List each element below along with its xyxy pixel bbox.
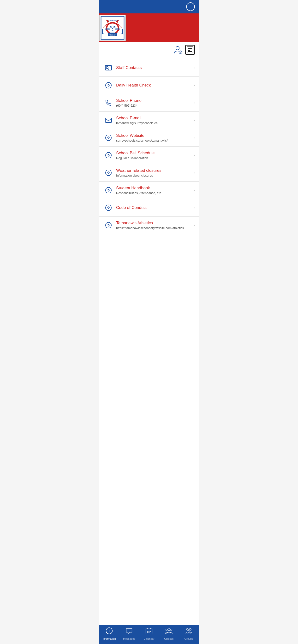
chevron-right-icon: › — [194, 206, 195, 210]
classes-nav-label: Classes — [164, 637, 174, 640]
chevron-right-icon: › — [194, 170, 195, 175]
list-title: School Bell Schedule — [116, 150, 192, 156]
nav-item-messages[interactable]: Messages — [122, 627, 136, 640]
nav-item-groups[interactable]: Groups — [182, 627, 196, 640]
list-content: School Bell Schedule Regular / Collabora… — [114, 150, 192, 160]
list-content: Tamanawis Athletics https://tamanawissec… — [114, 220, 192, 230]
list-title: Student Handbook — [116, 186, 192, 191]
svg-text:⚙: ⚙ — [180, 52, 181, 54]
list-item-daily-health-check[interactable]: Daily Health Check › — [99, 77, 199, 94]
svg-point-33 — [106, 170, 111, 176]
list-item-tamanawis-athletics[interactable]: Tamanawis Athletics https://tamanawissec… — [99, 216, 199, 234]
svg-point-6 — [110, 26, 111, 28]
list-title: Tamanawis Athletics — [116, 220, 192, 226]
svg-point-19 — [176, 46, 179, 50]
list-item-student-handbook[interactable]: Student Handbook Responsibilities, Atten… — [99, 182, 199, 199]
svg-rect-45 — [150, 631, 151, 632]
svg-rect-46 — [147, 632, 148, 633]
nav-item-information[interactable]: i Information — [102, 627, 116, 640]
svg-rect-43 — [147, 631, 148, 632]
list-item-staff-contacts[interactable]: Staff Contacts › — [99, 59, 199, 77]
list-title: School Phone — [116, 98, 192, 103]
external-link-icon — [103, 150, 114, 160]
svg-point-52 — [189, 628, 191, 630]
nav-item-classes[interactable]: Classes — [162, 627, 176, 640]
svg-point-36 — [106, 222, 111, 228]
chevron-right-icon: › — [194, 83, 195, 88]
svg-text:TAMANAWIS: TAMANAWIS — [107, 20, 118, 21]
school-banner: SECONDARY SCHOOL TAMANAWIS — [99, 14, 199, 42]
list-subtitle: Information about closures — [116, 174, 192, 178]
list-content: Weather related closures Information abo… — [114, 168, 192, 178]
svg-point-31 — [106, 135, 111, 141]
contact-card-icon — [103, 62, 114, 73]
svg-point-35 — [106, 205, 111, 210]
list-subtitle: surreyschools.ca/schools/tamanawis/ — [116, 139, 192, 143]
help-button[interactable] — [186, 2, 195, 11]
checklist-icon[interactable] — [185, 45, 195, 54]
list-content: School Phone (604) 597-5234 — [114, 98, 192, 108]
svg-point-50 — [170, 629, 172, 631]
info-list: Staff Contacts › Daily Health Check › Sc… — [99, 59, 199, 625]
list-title: Weather related closures — [116, 168, 192, 173]
list-subtitle: https://tamanawissecondary.wixsite.com/a… — [116, 226, 192, 230]
list-subtitle: Responsibilities, Attendance, etc — [116, 191, 192, 195]
external-link-icon — [103, 80, 114, 90]
svg-rect-44 — [148, 631, 150, 632]
external-link-icon — [103, 168, 114, 178]
svg-text:i: i — [109, 629, 110, 633]
external-link-icon — [103, 220, 114, 230]
list-title: School E-mail — [116, 116, 192, 121]
svg-point-53 — [188, 630, 190, 632]
chevron-right-icon: › — [194, 136, 195, 140]
list-content: Student Handbook Responsibilities, Atten… — [114, 186, 192, 195]
chevron-right-icon: › — [194, 188, 195, 192]
svg-point-26 — [106, 66, 108, 68]
external-link-icon — [103, 202, 114, 213]
calendar-nav-label: Calendar — [144, 637, 155, 640]
information-nav-icon: i — [105, 627, 113, 636]
logo-svg: SECONDARY SCHOOL TAMANAWIS — [100, 16, 124, 40]
svg-point-32 — [106, 152, 111, 158]
list-item-weather-closures[interactable]: Weather related closures Information abo… — [99, 164, 199, 182]
email-icon — [103, 115, 114, 126]
app-header — [99, 0, 199, 14]
list-item-school-email[interactable]: School E-mail tamanawis@surreyschools.ca… — [99, 112, 199, 129]
svg-point-29 — [106, 82, 111, 88]
calendar-nav-icon — [145, 627, 153, 636]
list-content: School Website surreyschools.ca/schools/… — [114, 133, 192, 143]
list-subtitle: tamanawis@surreyschools.ca — [116, 121, 192, 125]
signin-bar: ⚙ — [99, 42, 199, 59]
list-item-school-website[interactable]: School Website surreyschools.ca/schools/… — [99, 129, 199, 146]
list-content: School E-mail tamanawis@surreyschools.ca — [114, 116, 192, 125]
phone-icon — [103, 98, 114, 108]
information-nav-label: Information — [103, 637, 116, 640]
messages-nav-icon — [125, 627, 133, 636]
groups-nav-icon — [185, 627, 193, 636]
bottom-navigation: i Information Messages Calendar Classes — [99, 625, 199, 644]
list-title: Code of Conduct — [116, 205, 192, 210]
user-settings-icon[interactable]: ⚙ — [173, 45, 182, 56]
list-content: Staff Contacts — [114, 65, 192, 70]
chevron-right-icon: › — [194, 223, 195, 227]
list-subtitle: (604) 597-5234 — [116, 104, 192, 108]
banner-info — [126, 24, 199, 32]
nav-item-calendar[interactable]: Calendar — [142, 627, 156, 640]
external-link-icon — [103, 132, 114, 143]
chevron-right-icon: › — [194, 100, 195, 105]
list-item-code-of-conduct[interactable]: Code of Conduct › — [99, 199, 199, 216]
svg-point-49 — [166, 629, 167, 631]
list-title: Daily Health Check — [116, 83, 192, 88]
classes-nav-icon — [165, 627, 173, 636]
svg-point-7 — [114, 26, 115, 28]
groups-nav-label: Groups — [185, 637, 193, 640]
list-title: Staff Contacts — [116, 65, 192, 70]
messages-nav-label: Messages — [123, 637, 135, 640]
chevron-right-icon: › — [194, 66, 195, 70]
list-item-bell-schedule[interactable]: School Bell Schedule Regular / Collabora… — [99, 146, 199, 164]
school-logo: SECONDARY SCHOOL TAMANAWIS — [99, 14, 126, 41]
svg-text:SCHOOL: SCHOOL — [110, 35, 115, 37]
list-item-school-phone[interactable]: School Phone (604) 597-5234 › — [99, 94, 199, 112]
svg-rect-47 — [148, 632, 150, 633]
chevron-right-icon: › — [194, 153, 195, 158]
